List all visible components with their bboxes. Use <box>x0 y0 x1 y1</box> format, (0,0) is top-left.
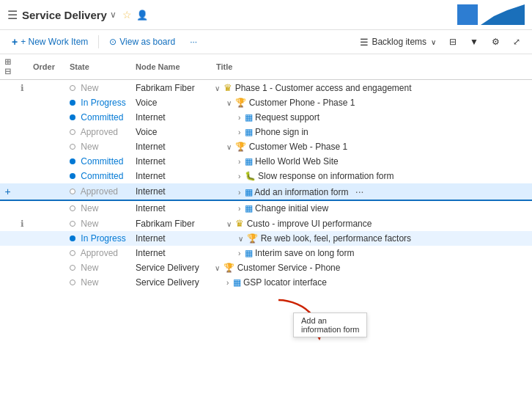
chart-widget <box>481 4 525 25</box>
title-text: Customer Web - Phase 1 <box>249 142 348 152</box>
table-row[interactable]: + Approved Internet › ▦ Add an informati… <box>0 183 532 200</box>
state-label: Approved <box>81 186 118 197</box>
expand-button[interactable]: ⤢ <box>509 34 525 49</box>
table-row[interactable]: Approved Voice › ▦ Phone sign in <box>0 125 532 139</box>
tooltip-line1: Add an <box>301 316 359 325</box>
title-cell[interactable]: ∨ 🏆 Customer Phone - Phase 1 <box>212 95 532 110</box>
title-text: Customer Service - Phone <box>237 263 341 273</box>
expand-arrow[interactable]: ∨ <box>238 235 243 243</box>
title-chevron[interactable]: ∨ <box>110 10 117 20</box>
title-text: Change initial view <box>255 203 328 213</box>
backlog-items-button[interactable]: ☰ Backlog items ∨ <box>355 34 440 50</box>
title-cell[interactable]: › ▦ Interim save on long form <box>212 246 532 260</box>
title-cell[interactable]: ∨ ♛ Custo - improve UI performance <box>212 216 532 231</box>
table-row[interactable]: ℹ New Fabrikam Fiber ∨ ♛ Custo - improve… <box>0 216 532 231</box>
separator-1 <box>98 35 99 48</box>
expand-arrow[interactable]: › <box>238 172 240 180</box>
info-cell <box>15 246 29 260</box>
col-order-header: Order <box>29 54 65 80</box>
settings-button[interactable]: ⚙ <box>487 34 504 49</box>
add-cell <box>0 125 15 139</box>
view-settings-button[interactable]: ⊟ <box>445 34 461 49</box>
table-row[interactable]: Committed Internet › 🐛 Slow response on … <box>0 169 532 183</box>
title-cell[interactable]: › ▦ Phone sign in <box>212 125 532 139</box>
title-cell[interactable]: › ▦ Change initial view <box>212 200 532 216</box>
new-work-item-button[interactable]: + + New Work Item <box>7 34 92 50</box>
add-cell[interactable]: + <box>0 183 15 200</box>
title-cell[interactable]: › 🐛 Slow response on information form <box>212 169 532 183</box>
trophy-icon: 🏆 <box>223 263 234 273</box>
table-row[interactable]: New Internet ∨ 🏆 Customer Web - Phase 1 <box>0 139 532 154</box>
board-icon: ▦ <box>245 127 253 137</box>
info-cell <box>15 110 29 125</box>
gear-icon: ⚙ <box>492 37 500 47</box>
info-cell <box>15 231 29 246</box>
table-row[interactable]: New Service Delivery ∨ 🏆 Customer Servic… <box>0 260 532 275</box>
expand-arrow[interactable]: ∨ <box>215 264 220 272</box>
expand-arrow[interactable]: › <box>238 158 240 166</box>
title-cell[interactable]: ∨ ♛ Phase 1 - Customer access and engage… <box>212 80 532 96</box>
expand-arrow[interactable]: ∨ <box>215 84 220 92</box>
expand-arrow[interactable]: › <box>238 128 240 136</box>
title-text: Customer Phone - Phase 1 <box>249 98 355 108</box>
header: ☰ Service Delivery ∨ ☆ 👤 <box>0 0 532 30</box>
title-cell[interactable]: ∨ 🏆 Re web look, feel, performance facto… <box>212 231 532 246</box>
filter-button[interactable]: ▼ <box>465 34 483 49</box>
state-cell: In Progress <box>65 231 131 246</box>
state-label: New <box>81 83 98 93</box>
state-cell: New <box>65 139 131 154</box>
state-label: New <box>81 142 98 152</box>
table-row[interactable]: In Progress Voice ∨ 🏆 Customer Phone - P… <box>0 95 532 110</box>
state-label: Approved <box>81 248 118 258</box>
state-dot <box>70 100 75 106</box>
title-text: Phase 1 - Customer access and engagement <box>235 83 412 93</box>
toolbar: + + New Work Item ⊙ View as board ··· ☰ … <box>0 30 532 54</box>
row-ellipsis-button[interactable]: ··· <box>355 186 364 197</box>
title-cell[interactable]: › ▦ Request support <box>212 110 532 125</box>
title-text: Phone sign in <box>255 127 309 137</box>
expand-arrow[interactable]: ∨ <box>226 99 232 107</box>
expand-arrow[interactable]: › <box>238 249 240 257</box>
table-row[interactable]: ℹ New Fabrikam Fiber ∨ ♛ Phase 1 - Custo… <box>0 80 532 96</box>
expand-arrow[interactable]: › <box>226 279 229 287</box>
table-row[interactable]: In Progress Internet ∨ 🏆 Re web look, fe… <box>0 231 532 246</box>
table-row[interactable]: New Internet › ▦ Change initial view <box>0 200 532 216</box>
node-cell: Fabrikam Fiber <box>131 216 212 231</box>
title-cell[interactable]: ∨ 🏆 Customer Service - Phone <box>212 260 532 275</box>
star-icon[interactable]: ☆ <box>122 9 132 21</box>
node-cell: Service Delivery <box>131 260 212 275</box>
order-cell <box>29 169 65 183</box>
title-cell[interactable]: ∨ 🏆 Customer Web - Phase 1 <box>212 139 532 154</box>
state-label: Committed <box>81 171 123 181</box>
order-cell <box>29 246 65 260</box>
node-cell: Internet <box>131 154 212 169</box>
title-cell[interactable]: › ▦ GSP locator interface <box>212 275 532 290</box>
expand-arrow[interactable]: › <box>238 205 240 213</box>
order-cell <box>29 154 65 169</box>
info-cell <box>15 200 29 216</box>
state-cell: New <box>65 275 131 290</box>
table-row[interactable]: Committed Internet › ▦ Hello World Web S… <box>0 154 532 169</box>
title-cell[interactable]: › ▦ Add an information form ··· <box>212 183 532 200</box>
table-row[interactable]: New Service Delivery › ▦ GSP locator int… <box>0 275 532 290</box>
state-cell: Approved <box>65 125 131 139</box>
more-options-button[interactable]: ··· <box>185 34 202 49</box>
expand-arrow[interactable]: ∨ <box>226 220 232 228</box>
state-dot <box>70 173 75 179</box>
title-cell[interactable]: › ▦ Hello World Web Site <box>212 154 532 169</box>
table-row[interactable]: Committed Internet › ▦ Request support <box>0 110 532 125</box>
expand-arrow[interactable]: ∨ <box>226 143 232 151</box>
state-cell: New <box>65 200 131 216</box>
expand-arrow[interactable]: › <box>238 114 240 122</box>
col-plus-header: ⊞ ⊟ <box>0 54 15 80</box>
table-row[interactable]: Approved Internet › ▦ Interim save on lo… <box>0 246 532 260</box>
state-cell: Approved <box>65 246 131 260</box>
tooltip-line2: information form <box>301 325 359 334</box>
board-icon: ⊙ <box>109 37 117 47</box>
expand-arrow[interactable]: › <box>238 189 240 197</box>
view-as-board-button[interactable]: ⊙ View as board <box>105 34 180 49</box>
backlog-items-label: Backlog items <box>372 37 426 47</box>
board-icon: ▦ <box>233 277 241 288</box>
add-cell <box>0 139 15 154</box>
people-icon[interactable]: 👤 <box>136 10 148 21</box>
